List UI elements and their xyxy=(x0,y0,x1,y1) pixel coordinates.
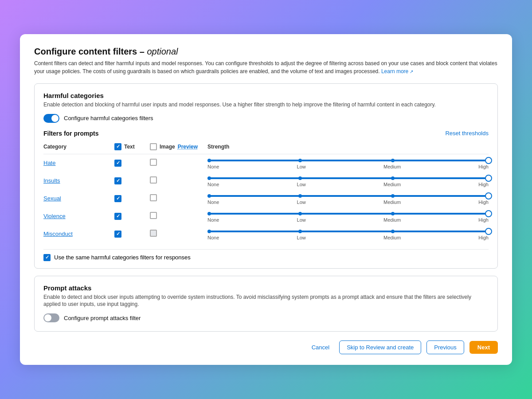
footer-actions: Cancel Skip to Review and create Previou… xyxy=(34,340,498,354)
col-header-category: Category xyxy=(43,141,114,154)
text-checkbox-violence[interactable]: ✓ xyxy=(114,213,121,220)
image-checkbox-violence[interactable] xyxy=(150,212,157,219)
table-row: Misconduct✓NoneLowMediumHigh xyxy=(43,225,489,243)
col-header-strength: Strength xyxy=(207,141,489,154)
harmful-categories-section: Harmful categories Enable detection and … xyxy=(34,83,498,269)
table-row: Hate✓NoneLowMediumHigh xyxy=(43,154,489,172)
same-filters-row: ✓ Use the same harmful categories filter… xyxy=(43,249,489,261)
toggle-knob xyxy=(51,115,59,122)
main-card: Configure content filters – optional Con… xyxy=(20,34,512,365)
page-description: Content filters can detect and filter ha… xyxy=(34,59,498,75)
same-filters-label: Use the same harmful categories filters … xyxy=(54,254,191,261)
filters-table: Category ✓ Text Image Preview xyxy=(43,141,489,243)
image-checkbox-sexual[interactable] xyxy=(150,194,157,201)
table-row: Insults✓NoneLowMediumHigh xyxy=(43,172,489,190)
learn-more-link[interactable]: Learn more xyxy=(381,68,413,74)
reset-thresholds-link[interactable]: Reset thresholds xyxy=(445,130,489,137)
prompt-attacks-toggle-label: Configure prompt attacks filter xyxy=(64,315,141,321)
category-link-sexual[interactable]: Sexual xyxy=(43,195,61,202)
image-checkbox-misconduct xyxy=(150,230,157,237)
col-header-image: Image Preview xyxy=(150,141,207,154)
cancel-button[interactable]: Cancel xyxy=(307,341,334,353)
text-checkbox-hate[interactable]: ✓ xyxy=(114,160,121,167)
text-header-checkbox[interactable]: ✓ xyxy=(114,143,121,150)
prompt-attacks-section: Prompt attacks Enable to detect and bloc… xyxy=(34,276,498,332)
text-checkbox-misconduct[interactable]: ✓ xyxy=(114,231,121,238)
prompt-attacks-toggle[interactable] xyxy=(43,313,59,322)
prompt-attacks-desc: Enable to detect and block user inputs a… xyxy=(43,293,489,309)
strength-cell-insults: NoneLowMediumHigh xyxy=(207,172,489,190)
harmful-categories-toggle-label: Configure harmful categories filters xyxy=(64,115,153,121)
harmful-categories-toggle[interactable] xyxy=(43,114,59,123)
image-header-checkbox[interactable] xyxy=(150,143,157,150)
image-checkbox-insults[interactable] xyxy=(150,176,157,184)
strength-cell-hate: NoneLowMediumHigh xyxy=(207,154,489,172)
category-link-insults[interactable]: Insults xyxy=(43,177,60,184)
text-checkbox-sexual[interactable]: ✓ xyxy=(114,195,121,202)
page-title: Configure content filters – optional xyxy=(34,47,498,57)
category-link-misconduct[interactable]: Misconduct xyxy=(43,231,73,237)
harmful-categories-title: Harmful categories xyxy=(43,92,489,99)
previous-button[interactable]: Previous xyxy=(426,340,464,354)
col-header-text: ✓ Text xyxy=(114,141,150,154)
strength-cell-sexual: NoneLowMediumHigh xyxy=(207,190,489,207)
filters-for-prompts-title: Filters for prompts xyxy=(43,130,98,137)
next-button[interactable]: Next xyxy=(469,341,498,354)
strength-cell-violence: NoneLowMediumHigh xyxy=(207,207,489,225)
category-link-violence[interactable]: Violence xyxy=(43,213,66,219)
prompt-attacks-toggle-knob xyxy=(44,314,51,321)
skip-to-review-button[interactable]: Skip to Review and create xyxy=(339,340,421,354)
category-link-hate[interactable]: Hate xyxy=(43,160,55,166)
filters-header: Filters for prompts Reset thresholds xyxy=(43,130,489,137)
same-filters-checkbox[interactable]: ✓ xyxy=(43,254,51,261)
prompt-attacks-toggle-row: Configure prompt attacks filter xyxy=(43,313,489,322)
harmful-categories-desc: Enable detection and blocking of harmful… xyxy=(43,101,489,109)
harmful-categories-toggle-row: Configure harmful categories filters xyxy=(43,114,489,123)
image-checkbox-hate[interactable] xyxy=(150,159,157,166)
table-row: Sexual✓NoneLowMediumHigh xyxy=(43,190,489,207)
table-row: Violence✓NoneLowMediumHigh xyxy=(43,207,489,225)
strength-cell-misconduct: NoneLowMediumHigh xyxy=(207,225,489,243)
prompt-attacks-title: Prompt attacks xyxy=(43,284,489,292)
text-checkbox-insults[interactable]: ✓ xyxy=(114,177,121,184)
